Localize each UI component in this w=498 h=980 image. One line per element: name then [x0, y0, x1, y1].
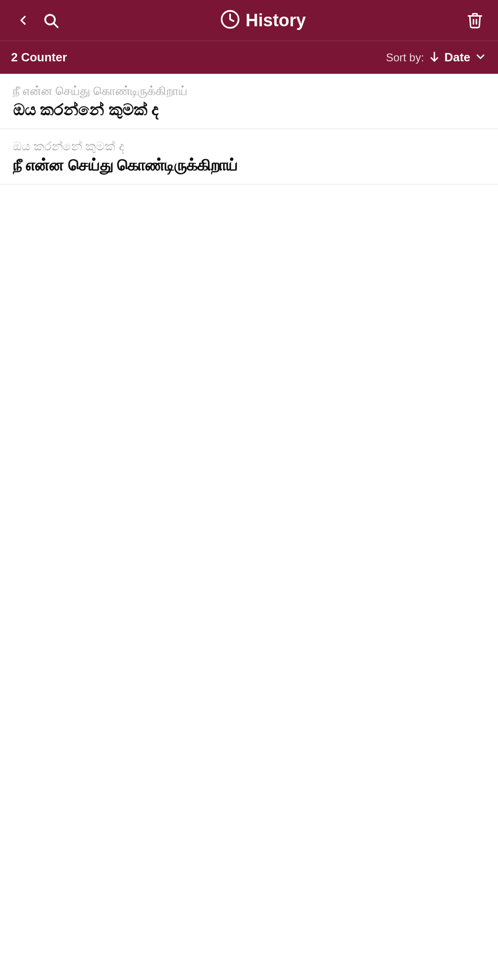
counter-label: 2 Counter [11, 50, 67, 65]
svg-line-1 [54, 24, 58, 27]
item-source-text: ඔය කරන්නේ කුමක් ද [13, 139, 485, 154]
item-translated-text: நீ என்ன செய்து கொண்டிருக்கிறாய் [13, 156, 485, 175]
search-button[interactable] [39, 8, 63, 32]
item-source-text: நீ என்ன செய்து கொண்டிருக்கிறாய் [13, 84, 485, 98]
history-list: நீ என்ன செய்து கொண்டிருக்கிறாய்ඔය කරන්නේ… [0, 74, 498, 980]
clock-icon [220, 9, 240, 31]
sort-arrow-icon [428, 50, 441, 65]
list-item[interactable]: ඔය කරන්නේ කුමක් දநீ என்ன செய்து கொண்டிரு… [0, 129, 498, 184]
chevron-down-icon[interactable] [474, 50, 487, 65]
delete-button[interactable] [463, 8, 487, 32]
item-translated-text: ඔය කරන්නේ කුමක් ද [13, 101, 485, 119]
page-title: History [246, 11, 306, 30]
app-header: History [0, 0, 498, 41]
back-button[interactable] [11, 8, 35, 32]
list-item[interactable]: நீ என்ன செய்து கொண்டிருக்கிறாய்ඔය කරන්නේ… [0, 74, 498, 129]
sort-by-label: Sort by: [386, 51, 424, 64]
sort-group[interactable]: Sort by: Date [386, 50, 487, 65]
header-title-group: History [63, 9, 463, 31]
sort-field-label: Date [445, 50, 470, 65]
subheader-bar: 2 Counter Sort by: Date [0, 41, 498, 74]
